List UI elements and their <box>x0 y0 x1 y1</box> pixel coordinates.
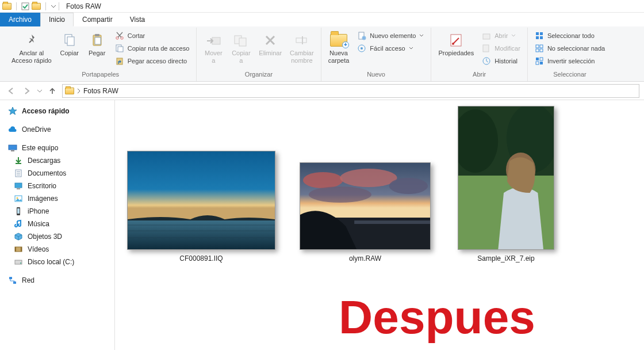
easy-access-icon <box>357 44 366 53</box>
svg-point-64 <box>309 187 371 203</box>
download-icon <box>14 156 23 165</box>
file-item[interactable]: olym.RAW <box>299 162 431 262</box>
svg-rect-58 <box>128 151 275 220</box>
tree-local-disk[interactable]: Disco local (C:) <box>0 256 114 268</box>
tree-music[interactable]: Música <box>0 218 114 230</box>
chevron-down-icon <box>511 33 516 38</box>
copy-to-button[interactable]: Copiar a <box>228 29 254 65</box>
body: Acceso rápido OneDrive Este equipo Desca… <box>0 100 644 350</box>
svg-point-62 <box>340 169 397 187</box>
copy-label: Copiar <box>60 50 79 57</box>
tree-network[interactable]: Red <box>0 274 114 287</box>
file-item[interactable]: Sample_iXR_7.eip <box>454 106 558 262</box>
tab-home[interactable]: Inicio <box>40 13 74 26</box>
svg-point-22 <box>452 43 454 45</box>
history-label: Historial <box>494 58 518 64</box>
phone-icon <box>14 207 23 216</box>
tree-this-pc[interactable]: Este equipo <box>0 142 114 154</box>
tree-videos[interactable]: Vídeos <box>0 243 114 256</box>
nav-forward-button[interactable] <box>21 85 33 97</box>
tree-downloads[interactable]: Descargas <box>0 154 114 167</box>
svg-point-61 <box>303 172 343 188</box>
content-area[interactable]: CF000891.IIQ <box>115 100 644 350</box>
edit-button[interactable]: Modificar <box>480 43 523 54</box>
group-clipboard-label: Portapapeles <box>82 70 119 80</box>
tree-quick-access[interactable]: Acceso rápido <box>0 105 114 117</box>
nav-tree[interactable]: Acceso rápido OneDrive Este equipo Desca… <box>0 100 115 350</box>
copy-path-button[interactable]: Copiar ruta de acceso <box>113 43 192 54</box>
qat-folder-icon[interactable] <box>32 3 41 10</box>
tree-3d-objects[interactable]: Objetos 3D <box>0 230 114 243</box>
tree-desktop[interactable]: Escritorio <box>0 180 114 192</box>
svg-rect-57 <box>13 281 16 284</box>
history-button[interactable]: Historial <box>480 55 523 67</box>
svg-rect-30 <box>536 45 539 48</box>
move-to-button[interactable]: Mover a <box>200 29 227 65</box>
star-icon <box>8 106 17 116</box>
copy-button[interactable]: Copiar <box>56 29 83 58</box>
tab-view[interactable]: Vista <box>121 13 154 26</box>
invert-selection-button[interactable]: Invertir selección <box>532 55 607 67</box>
svg-rect-46 <box>17 188 20 189</box>
tree-onedrive[interactable]: OneDrive <box>0 123 114 136</box>
svg-point-20 <box>361 47 363 50</box>
open-label: Abrir <box>494 32 508 39</box>
new-item-button[interactable]: Nuevo elemento <box>355 30 426 41</box>
cloud-icon <box>8 125 17 134</box>
network-icon <box>8 276 17 285</box>
chevron-down-icon <box>419 33 424 38</box>
cut-label: Cortar <box>128 32 145 39</box>
cut-button[interactable]: Cortar <box>113 30 192 41</box>
svg-rect-28 <box>536 36 539 39</box>
qat-checkbox-icon[interactable] <box>21 2 29 10</box>
chevron-down-icon[interactable] <box>37 88 43 94</box>
svg-point-55 <box>20 262 21 264</box>
paste-shortcut-button[interactable]: Pegar acceso directo <box>113 55 192 67</box>
chevron-down-icon <box>409 46 413 51</box>
breadcrumb-current[interactable]: Fotos RAW <box>83 87 118 95</box>
copy-icon <box>62 31 77 50</box>
select-none-button[interactable]: No seleccionar nada <box>532 43 607 54</box>
tab-file[interactable]: Archivo <box>0 13 40 26</box>
svg-rect-45 <box>15 183 22 188</box>
open-button[interactable]: Abrir <box>480 30 523 41</box>
new-folder-label: Nueva carpeta <box>328 50 350 64</box>
group-open-label: Abrir <box>473 70 486 80</box>
delete-button[interactable]: Eliminar <box>255 29 285 58</box>
overlay-text: Despues <box>230 290 644 344</box>
nav-up-button[interactable] <box>46 85 59 97</box>
svg-rect-24 <box>483 45 489 52</box>
file-name: Sample_iXR_7.eip <box>477 254 534 262</box>
svg-rect-10 <box>118 47 123 52</box>
pin-button[interactable]: Anclar al Acceso rápido <box>8 29 55 65</box>
tree-documents[interactable]: Documentos <box>0 167 114 180</box>
tree-pictures[interactable]: Imágenes <box>0 192 114 205</box>
properties-button[interactable]: Propiedades <box>435 29 477 58</box>
new-folder-button[interactable]: + Nueva carpeta <box>325 29 353 65</box>
easy-access-button[interactable]: Fácil acceso <box>355 43 426 54</box>
svg-rect-36 <box>536 62 539 64</box>
tab-share[interactable]: Compartir <box>74 13 121 26</box>
rename-icon <box>294 31 309 50</box>
select-all-label: Seleccionar todo <box>547 32 595 39</box>
scissors-icon <box>115 31 124 40</box>
svg-rect-3 <box>67 37 74 45</box>
window-title: Fotos RAW <box>66 2 101 10</box>
tree-iphone[interactable]: iPhone <box>0 205 114 218</box>
document-icon <box>14 169 23 178</box>
select-all-button[interactable]: Seleccionar todo <box>532 30 607 41</box>
copy-path-icon <box>115 44 124 53</box>
rename-button[interactable]: Cambiar nombre <box>286 29 317 65</box>
address-bar: Fotos RAW <box>0 82 644 100</box>
file-item[interactable]: CF000891.IIQ <box>126 151 276 262</box>
paste-button[interactable]: Pegar <box>84 29 110 58</box>
breadcrumb[interactable]: Fotos RAW <box>62 84 639 98</box>
rename-label: Cambiar nombre <box>290 50 314 64</box>
edit-label: Modificar <box>494 45 520 52</box>
qat-dropdown-icon[interactable] <box>51 3 56 9</box>
new-item-label: Nuevo elemento <box>370 32 416 39</box>
group-new-label: Nuevo <box>367 70 385 80</box>
svg-point-48 <box>17 197 18 199</box>
nav-back-button[interactable] <box>5 85 17 97</box>
paste-shortcut-icon <box>115 56 124 66</box>
